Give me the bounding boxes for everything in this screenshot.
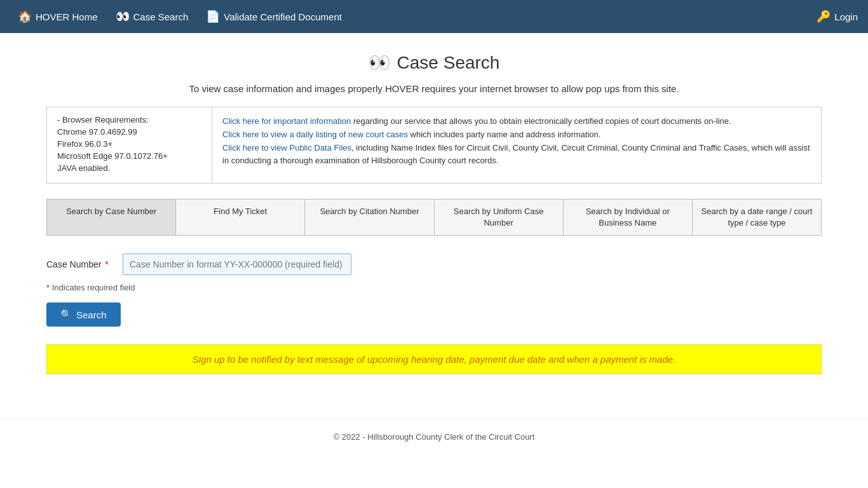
browser-requirements-links: Click here for important information reg… bbox=[212, 107, 821, 183]
notification-banner: Sign up to be notified by text message o… bbox=[46, 344, 822, 374]
important-info-link[interactable]: Click here for important information bbox=[222, 116, 351, 126]
tab-uniform-case[interactable]: Search by Uniform Case Number bbox=[435, 200, 564, 235]
tab-find-ticket[interactable]: Find My Ticket bbox=[176, 200, 305, 235]
browser-heading: - Browser Requirements: bbox=[57, 115, 201, 125]
daily-listing-link[interactable]: Click here to view a daily listing of ne… bbox=[222, 130, 408, 139]
tab-date-range[interactable]: Search by a date range / court type / ca… bbox=[693, 200, 821, 235]
link1-rest: regarding our service that allows you to… bbox=[351, 116, 731, 126]
case-number-label: Case Number * bbox=[46, 259, 123, 269]
firefox-version: Firefox 96.0.3+ bbox=[57, 139, 201, 149]
search-form: Case Number * * Indicates required field… bbox=[46, 251, 822, 344]
nav-validate-label: Validate Certified Document bbox=[224, 11, 342, 22]
nav-login[interactable]: Login bbox=[817, 10, 858, 24]
public-data-link[interactable]: Click here to view Public Data Files bbox=[222, 143, 351, 152]
search-tabs: Search by Case Number Find My Ticket Sea… bbox=[46, 199, 822, 236]
eyes-icon bbox=[116, 10, 130, 24]
link2-rest: which includes party name and address in… bbox=[408, 130, 601, 139]
case-number-input[interactable] bbox=[123, 254, 351, 275]
nav-validate[interactable]: Validate Certified Document bbox=[198, 6, 349, 27]
nav-case-search[interactable]: Case Search bbox=[108, 6, 196, 27]
nav-home-label: HOVER Home bbox=[36, 11, 98, 22]
navbar: HOVER Home Case Search Validate Certifie… bbox=[0, 0, 868, 33]
tab-individual-business[interactable]: Search by Individual or Business Name bbox=[564, 200, 693, 235]
case-number-row: Case Number * bbox=[46, 254, 822, 275]
browser-requirements-list: - Browser Requirements: Chrome 97.0.4692… bbox=[47, 107, 212, 183]
home-icon bbox=[18, 10, 32, 24]
page-title: Case Search bbox=[46, 52, 822, 73]
page-subtitle: To view case information and images prop… bbox=[46, 83, 822, 94]
login-icon bbox=[817, 10, 831, 24]
edge-version: Microsoft Edge 97.0.1072.76+ bbox=[57, 151, 201, 161]
footer: © 2022 - Hillsborough County Clerk of th… bbox=[0, 419, 868, 454]
page-eyes-icon bbox=[369, 52, 391, 73]
java-enabled: JAVA enabled. bbox=[57, 163, 201, 173]
required-star: * bbox=[102, 259, 108, 269]
nav-login-label: Login bbox=[834, 11, 858, 22]
chrome-version: Chrome 97.0.4692.99 bbox=[57, 127, 201, 137]
search-icon bbox=[60, 309, 72, 320]
browser-requirements-box: - Browser Requirements: Chrome 97.0.4692… bbox=[46, 107, 822, 184]
tab-citation[interactable]: Search by Citation Number bbox=[305, 200, 434, 235]
pdf-icon bbox=[206, 10, 220, 24]
search-button[interactable]: Search bbox=[46, 302, 121, 327]
required-star-note: * bbox=[46, 283, 50, 292]
nav-items: HOVER Home Case Search Validate Certifie… bbox=[10, 6, 349, 27]
tab-case-number[interactable]: Search by Case Number bbox=[47, 200, 176, 235]
nav-home[interactable]: HOVER Home bbox=[10, 6, 105, 27]
main-content: Case Search To view case information and… bbox=[21, 33, 847, 412]
nav-case-search-label: Case Search bbox=[133, 11, 189, 22]
required-note: * Indicates required field bbox=[46, 283, 822, 292]
